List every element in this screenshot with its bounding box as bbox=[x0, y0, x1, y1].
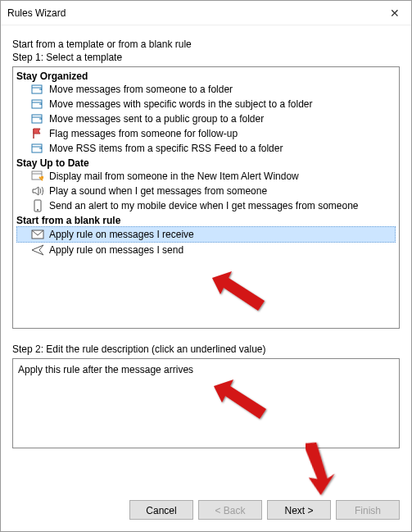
template-item-move-from-someone[interactable]: Move messages from someone to a folder bbox=[16, 82, 396, 97]
item-label: Move messages from someone to a folder bbox=[49, 83, 233, 96]
finish-button[interactable]: Finish bbox=[336, 500, 400, 520]
template-item-display-alert[interactable]: Display mail from someone in the New Ite… bbox=[16, 169, 396, 184]
template-item-move-subject-words[interactable]: Move messages with specific words in the… bbox=[16, 97, 396, 111]
template-listbox[interactable]: Stay Organized Move messages from someon… bbox=[12, 66, 400, 329]
svg-point-6 bbox=[37, 209, 38, 211]
item-label: Move messages sent to a public group to … bbox=[49, 112, 264, 125]
window-title: Rules Wizard bbox=[7, 7, 378, 19]
cancel-button[interactable]: Cancel bbox=[129, 500, 193, 520]
envelope-icon bbox=[31, 228, 44, 241]
send-icon bbox=[31, 243, 44, 257]
item-label: Apply rule on messages I send bbox=[49, 243, 183, 257]
item-label: Move messages with specific words in the… bbox=[49, 98, 312, 111]
template-item-apply-receive[interactable]: Apply rule on messages I receive bbox=[16, 226, 396, 243]
close-icon: ✕ bbox=[390, 7, 400, 20]
item-label: Flag messages from someone for follow-up bbox=[49, 127, 238, 140]
titlebar: Rules Wizard ✕ bbox=[1, 1, 411, 25]
button-row: Cancel < Back Next > Finish bbox=[1, 490, 411, 531]
template-item-apply-send[interactable]: Apply rule on messages I send bbox=[16, 243, 396, 257]
rule-description-box[interactable]: Apply this rule after the message arrive… bbox=[12, 358, 400, 448]
step1-label: Step 1: Select a template bbox=[12, 52, 400, 63]
move-folder-icon bbox=[31, 98, 44, 111]
close-button[interactable]: ✕ bbox=[378, 1, 411, 25]
step2-label: Step 2: Edit the rule description (click… bbox=[12, 343, 400, 355]
intro-text: Start from a template or from a blank ru… bbox=[12, 39, 400, 50]
item-label: Play a sound when I get messages from so… bbox=[49, 184, 267, 198]
move-folder-icon bbox=[31, 112, 44, 125]
rule-description-text: Apply this rule after the message arrive… bbox=[18, 364, 193, 375]
move-folder-icon bbox=[31, 83, 44, 96]
item-label: Display mail from someone in the New Ite… bbox=[49, 170, 299, 183]
template-item-move-rss[interactable]: Move RSS items from a specific RSS Feed … bbox=[16, 141, 396, 156]
template-item-move-public-group[interactable]: Move messages sent to a public group to … bbox=[16, 111, 396, 126]
next-button[interactable]: Next > bbox=[267, 500, 331, 520]
template-item-flag-followup[interactable]: Flag messages from someone for follow-up bbox=[16, 126, 396, 141]
item-label: Send an alert to my mobile device when I… bbox=[49, 199, 359, 212]
group-header-stay-organized: Stay Organized bbox=[16, 70, 396, 82]
annotation-arrow-icon bbox=[306, 440, 346, 498]
group-header-stay-uptodate: Stay Up to Date bbox=[16, 157, 396, 169]
template-item-play-sound[interactable]: Play a sound when I get messages from so… bbox=[16, 184, 396, 198]
rules-wizard-dialog: Rules Wizard ✕ Start from a template or … bbox=[0, 0, 412, 532]
item-label: Apply rule on messages I receive bbox=[49, 228, 194, 241]
item-label: Move RSS items from a specific RSS Feed … bbox=[49, 142, 283, 155]
group-header-blank-rule: Start from a blank rule bbox=[16, 215, 396, 226]
dialog-content: Start from a template or from a blank ru… bbox=[1, 25, 411, 490]
svg-marker-10 bbox=[306, 440, 338, 497]
sound-icon bbox=[31, 184, 44, 198]
alert-window-icon bbox=[31, 170, 44, 183]
back-button[interactable]: < Back bbox=[198, 500, 262, 520]
template-item-mobile-alert[interactable]: Send an alert to my mobile device when I… bbox=[16, 198, 396, 213]
flag-icon bbox=[31, 127, 44, 140]
mobile-icon bbox=[31, 199, 44, 212]
move-folder-icon bbox=[31, 142, 44, 155]
